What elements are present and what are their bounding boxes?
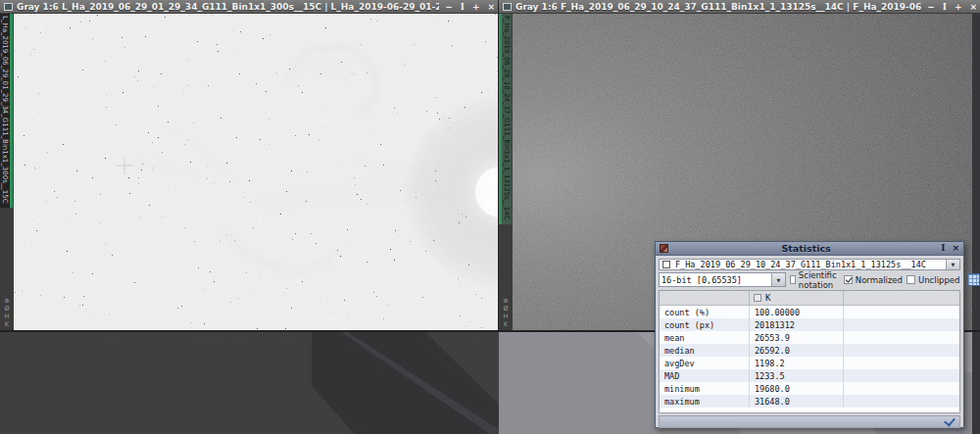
- minimize-icon[interactable]: −: [927, 1, 935, 13]
- view-selector-dropdown[interactable]: F_Ha_2019_06_29_10_24_37_G111_Bin1x1_1_1…: [659, 259, 960, 270]
- stat-value: 31648.0: [750, 395, 844, 408]
- table-row: MAD 1233.5: [660, 369, 959, 382]
- left-sidebar-icons[interactable]: ⊕ Ø H K: [0, 298, 14, 328]
- channel-icon[interactable]: K: [504, 321, 508, 328]
- right-sidebar-icons[interactable]: ⊕ Ø H K: [499, 298, 513, 328]
- stat-label: count (px): [660, 318, 750, 331]
- statistics-table: K count (%) 100.00000 count (px) 2018131…: [659, 290, 960, 413]
- stat-value: 26553.9: [750, 331, 844, 344]
- sync-icon[interactable]: ⊕: [503, 298, 508, 305]
- statistics-dialog[interactable]: Statistics I × F_Ha_2019_06_29_10_24_37_…: [655, 241, 964, 428]
- table-row: count (%) 100.00000: [660, 306, 959, 318]
- stat-label: mean: [660, 331, 750, 344]
- range-selector-dropdown[interactable]: 16-bit [0,65535] ▼: [659, 272, 786, 287]
- table-row: minimum 19680.0: [660, 382, 959, 395]
- window-icon: [4, 3, 13, 11]
- dialog-bottom-bar: [659, 415, 960, 428]
- left-window-title: Gray 1:6 L_Ha_2019_06_29_01_29_34_G111_B…: [17, 2, 439, 12]
- light-frame-image[interactable]: [14, 14, 498, 330]
- left-window-titlebar[interactable]: Gray 1:6 L_Ha_2019_06_29_01_29_34_G111_B…: [0, 0, 498, 14]
- stat-label: median: [660, 344, 750, 357]
- check-icon: [845, 275, 852, 282]
- chevron-down-icon[interactable]: ▼: [771, 273, 785, 286]
- pixinsight-workspace: Gray 1:6 L_Ha_2019_06_29_01_29_34_G111_B…: [0, 0, 980, 434]
- range-options-icon[interactable]: [967, 273, 980, 286]
- sync-icon[interactable]: ⊕: [4, 298, 9, 305]
- left-image-identifier-tab[interactable]: L_Ha_2019_06_29_01_29_34_G111_Bin1x1_300…: [0, 14, 13, 208]
- right-window-title: Gray 1:6 F_Ha_2019_06_29_10_24_37_G111_B…: [515, 2, 921, 12]
- stat-label: MAD: [660, 369, 750, 382]
- channel-icon[interactable]: K: [5, 321, 9, 328]
- statistics-titlebar[interactable]: Statistics I ×: [656, 242, 963, 256]
- shade-icon[interactable]: I: [941, 243, 945, 254]
- table-row: avgDev 1198.2: [660, 357, 959, 369]
- right-window-titlebar[interactable]: Gray 1:6 F_Ha_2019_06_29_10_24_37_G111_B…: [499, 0, 980, 14]
- image-window-light-frame[interactable]: Gray 1:6 L_Ha_2019_06_29_01_29_34_G111_B…: [0, 0, 499, 332]
- statistics-title: Statistics: [671, 243, 941, 254]
- histogram-icon[interactable]: H: [5, 313, 10, 320]
- table-row: mean 26553.9: [660, 331, 959, 344]
- scientific-notation-checkbox[interactable]: Scientific notation: [790, 270, 840, 290]
- no-stf-icon[interactable]: Ø: [503, 306, 508, 313]
- maximize-icon[interactable]: +: [955, 1, 962, 13]
- stat-value: 1198.2: [750, 357, 844, 369]
- maximize-icon[interactable]: +: [472, 1, 480, 13]
- shade-icon[interactable]: I: [461, 1, 465, 13]
- stat-value: 1233.5: [750, 369, 844, 382]
- view-checkbox-icon: [662, 261, 670, 268]
- close-icon[interactable]: ×: [969, 1, 977, 13]
- table-row: maximum 31648.0: [660, 395, 959, 408]
- table-row: median 26592.0: [660, 344, 959, 357]
- close-icon[interactable]: ×: [952, 243, 959, 254]
- stat-label: count (%): [660, 306, 750, 318]
- window-icon: [503, 3, 512, 11]
- stat-label: minimum: [660, 382, 750, 395]
- left-window-sidebar: L_Ha_2019_06_29_01_29_34_G111_Bin1x1_300…: [0, 14, 14, 330]
- chevron-down-icon[interactable]: ▼: [946, 260, 959, 269]
- range-selector-value: 16-bit [0,65535]: [660, 275, 771, 285]
- table-header-row: K: [660, 291, 959, 306]
- stat-value: 100.00000: [750, 306, 844, 318]
- histogram-icon[interactable]: H: [504, 313, 509, 320]
- channel-checkbox-icon: [754, 294, 761, 302]
- stat-value: 19680.0: [750, 382, 844, 395]
- no-stf-icon[interactable]: Ø: [4, 306, 9, 313]
- normalized-checkbox[interactable]: Normalized: [844, 275, 903, 285]
- apply-check-icon[interactable]: [944, 414, 956, 426]
- shade-icon[interactable]: I: [943, 1, 947, 13]
- table-row: count (px) 20181312: [660, 318, 959, 331]
- stat-label: maximum: [660, 395, 750, 408]
- right-image-identifier-tab[interactable]: F_Ha_2019_06_29_10_24_37_G111_Bin1x1_1_1…: [499, 14, 512, 224]
- stat-label: avgDev: [660, 357, 750, 369]
- stat-value: 26592.0: [750, 344, 844, 357]
- statistics-process-icon: [660, 244, 668, 253]
- stat-value: 20181312: [750, 318, 844, 331]
- minimize-icon[interactable]: −: [445, 1, 453, 13]
- view-selector-value: F_Ha_2019_06_29_10_24_37_G111_Bin1x1_1_1…: [673, 260, 946, 269]
- close-icon[interactable]: ×: [487, 1, 495, 13]
- right-window-sidebar: F_Ha_2019_06_29_10_24_37_G111_Bin1x1_1_1…: [499, 14, 513, 330]
- unclipped-checkbox[interactable]: Unclipped: [906, 275, 959, 285]
- channel-column-header[interactable]: K: [750, 291, 844, 305]
